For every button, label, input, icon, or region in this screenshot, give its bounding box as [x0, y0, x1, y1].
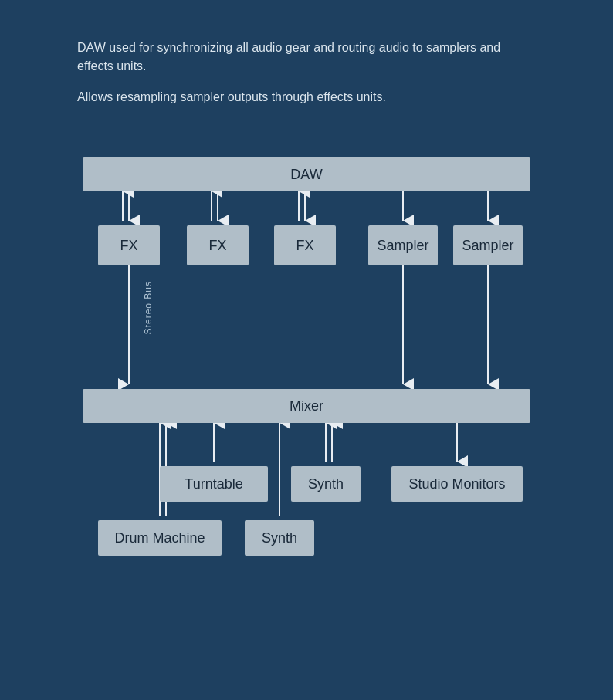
sampler2-box: Sampler: [453, 225, 523, 265]
sampler1-box: Sampler: [368, 225, 438, 265]
daw-box: DAW: [83, 157, 530, 191]
description-para2: Allows resampling sampler outputs throug…: [77, 88, 536, 107]
monitors-box: Studio Monitors: [391, 466, 523, 502]
description-section: DAW used for synchronizing all audio gea…: [0, 0, 613, 142]
description-para1: DAW used for synchronizing all audio gea…: [77, 39, 536, 76]
fx3-box: FX: [274, 225, 336, 265]
fx1-box: FX: [98, 225, 160, 265]
synth1-box: Synth: [291, 466, 361, 502]
drum-box: Drum Machine: [98, 520, 222, 556]
synth2-box: Synth: [245, 520, 314, 556]
diagram-area: DAW FX FX FX Sampler Sampler Stereo Bus …: [59, 157, 554, 636]
stereo-bus-label: Stereo Bus: [143, 281, 154, 334]
turntable-box: Turntable: [160, 466, 268, 502]
mixer-box: Mixer: [83, 389, 530, 423]
fx2-box: FX: [187, 225, 249, 265]
